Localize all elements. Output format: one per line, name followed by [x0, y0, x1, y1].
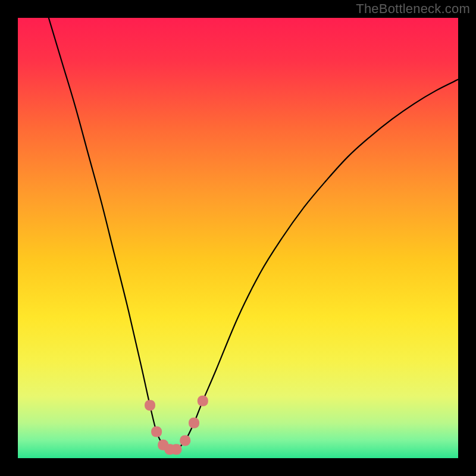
marker-dot — [180, 435, 190, 446]
marker-dot — [189, 418, 199, 428]
watermark-text: TheBottleneck.com — [356, 1, 470, 17]
marker-dot — [171, 444, 181, 455]
chart-svg — [18, 18, 458, 458]
marker-dot — [198, 396, 208, 406]
marker-dot — [151, 427, 162, 437]
marker-dot — [145, 400, 155, 411]
frame: TheBottleneck.com — [0, 0, 476, 476]
plot-area — [18, 18, 458, 458]
bottleneck-curve — [49, 18, 458, 450]
